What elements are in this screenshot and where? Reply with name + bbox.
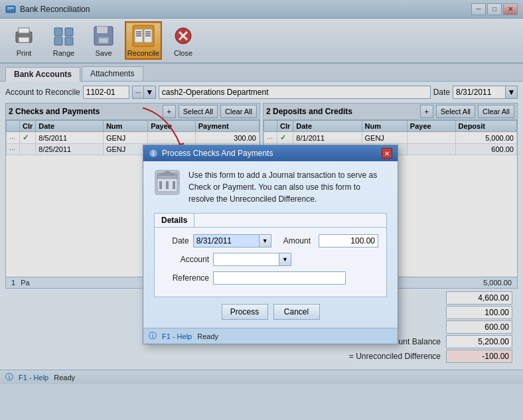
svg-rect-33	[166, 181, 169, 189]
form-account-row: Account ▼	[163, 253, 378, 266]
cancel-button[interactable]: Cancel	[273, 304, 320, 320]
modal-status-text: Ready	[197, 332, 218, 340]
form-amount-input[interactable]	[319, 234, 378, 247]
modal-title-icon: i	[149, 149, 158, 158]
form-account-input[interactable]	[213, 253, 279, 266]
modal-buttons: Process Cancel	[154, 304, 387, 320]
modal-titlebar: i Process Checks And Payments ✕	[143, 145, 398, 161]
modal-details-tab-container: Details Date ▼ Amount Account	[154, 213, 387, 297]
modal-title-text: Process Checks And Payments	[162, 149, 382, 158]
modal-overlay: i Process Checks And Payments ✕	[0, 0, 523, 420]
form-amount-label: Amount	[283, 236, 311, 245]
process-button[interactable]: Process	[222, 304, 268, 320]
svg-text:i: i	[153, 149, 155, 158]
modal-body: Use this form to add a Journal transacti…	[143, 161, 398, 328]
form-reference-label: Reference	[163, 273, 209, 283]
modal-tab-content: Date ▼ Amount Account ▼	[155, 228, 386, 297]
modal-bank-icon	[154, 169, 181, 196]
form-date-combo-btn[interactable]: ▼	[260, 234, 271, 247]
modal-tab-details[interactable]: Details	[155, 214, 194, 227]
svg-rect-34	[173, 181, 175, 189]
modal-desc-row: Use this form to add a Journal transacti…	[154, 169, 387, 205]
process-checks-modal: i Process Checks And Payments ✕	[143, 145, 398, 344]
form-account-label: Account	[163, 255, 209, 264]
form-date-label: Date	[163, 236, 189, 245]
form-date-row: Date ▼ Amount	[163, 234, 378, 247]
form-reference-input[interactable]	[213, 271, 346, 285]
modal-status-bar: ⓘ F1 - Help Ready	[143, 328, 398, 344]
modal-description: Use this form to add a Journal transacti…	[188, 169, 387, 205]
form-account-combo: ▼	[213, 253, 291, 266]
form-date-combo: ▼	[193, 234, 271, 247]
form-date-input[interactable]	[193, 234, 260, 247]
modal-help-icon: ⓘ	[149, 330, 157, 342]
form-reference-row: Reference	[163, 271, 378, 285]
form-account-combo-btn[interactable]: ▼	[279, 253, 291, 266]
modal-help-link[interactable]: F1 - Help	[162, 332, 192, 340]
modal-tab-row: Details	[155, 214, 386, 228]
svg-rect-32	[159, 181, 162, 189]
modal-close-button[interactable]: ✕	[382, 148, 392, 159]
